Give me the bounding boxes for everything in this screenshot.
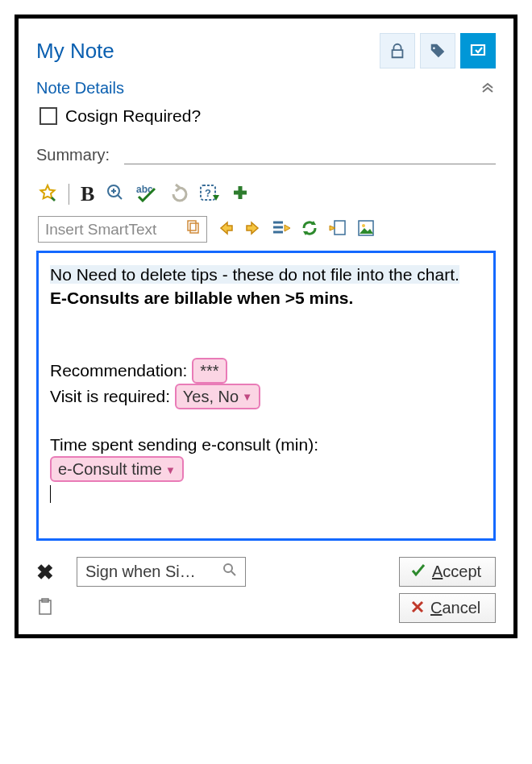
- svg-point-11: [224, 564, 232, 572]
- time-spent-field[interactable]: e-Consult time▼: [50, 456, 184, 482]
- smartlink-button[interactable]: ?: [199, 183, 220, 206]
- arrow-left-icon: [217, 226, 235, 239]
- star-icon: [38, 191, 57, 205]
- image-icon: [357, 226, 375, 239]
- check-icon: [411, 563, 426, 581]
- search-icon: [222, 563, 237, 581]
- close-icon: ✖: [36, 560, 54, 584]
- favorite-button[interactable]: [38, 183, 57, 206]
- summary-row: Summary:: [36, 143, 496, 164]
- details-row: Note Details: [36, 78, 496, 98]
- visit-required-field[interactable]: Yes, No▼: [175, 384, 260, 409]
- cosign-checkbox[interactable]: [39, 107, 57, 125]
- clipboard-icon: [37, 600, 53, 620]
- format-toolbar: B abc ?: [36, 179, 496, 210]
- bold-icon: B: [81, 182, 94, 206]
- undo-icon: [168, 191, 188, 205]
- details-title: Note Details: [36, 79, 124, 98]
- close-button[interactable]: ✖: [36, 560, 54, 585]
- plus-icon: [231, 190, 249, 204]
- svg-point-8: [362, 224, 365, 227]
- chevron-double-up-icon: [480, 80, 496, 98]
- insert-image-button[interactable]: [357, 219, 375, 240]
- billable-text: E-Consults are billable when >5 mins.: [50, 289, 353, 307]
- tag-icon: [429, 42, 447, 60]
- cosign-row: Cosign Required?: [39, 106, 496, 126]
- cosign-label: Cosign Required?: [65, 106, 201, 126]
- svg-rect-4: [188, 221, 196, 230]
- sign-placeholder: Sign when Si…: [85, 563, 196, 581]
- magnifier-plus-icon: [106, 191, 125, 205]
- insert-file-icon: [328, 226, 347, 239]
- recommendation-label: Recommendation:: [50, 361, 187, 380]
- spellcheck-icon: abc: [136, 191, 157, 205]
- lock-icon: [389, 42, 406, 60]
- header-actions: [380, 33, 496, 69]
- arrow-right-icon: [244, 226, 262, 239]
- collapse-button[interactable]: [480, 78, 496, 98]
- time-spent-label: Time spent sending e-consult (min):: [50, 435, 318, 454]
- bold-button[interactable]: B: [81, 182, 94, 206]
- chevron-down-icon: ▼: [242, 391, 252, 403]
- tip-text: No Need to delete tips - these do not fi…: [50, 265, 459, 284]
- chevron-down-icon: ▼: [165, 464, 176, 476]
- svg-rect-6: [335, 221, 345, 235]
- refresh-button[interactable]: [301, 219, 318, 240]
- footer-buttons: Accept Cancel: [399, 557, 496, 623]
- refresh-icon: [301, 226, 318, 239]
- panel-title: My Note: [36, 39, 114, 64]
- summary-label: Summary:: [36, 146, 110, 164]
- smartlink-icon: ?: [199, 191, 220, 205]
- cancel-button[interactable]: Cancel: [399, 593, 496, 623]
- note-editor[interactable]: No Need to delete tips - these do not fi…: [36, 251, 496, 541]
- tag-button[interactable]: [420, 33, 455, 69]
- lock-button[interactable]: [380, 33, 415, 69]
- header-row: My Note: [36, 33, 496, 69]
- svg-text:?: ?: [205, 187, 211, 199]
- summary-input[interactable]: [124, 143, 496, 164]
- spellcheck-button[interactable]: abc: [136, 183, 157, 206]
- list-arrow-icon: [272, 226, 291, 239]
- smarttext-toolbar: Insert SmartText: [36, 214, 496, 251]
- share-button[interactable]: [460, 33, 496, 69]
- prev-field-button[interactable]: [217, 219, 235, 240]
- copy-icon: [185, 220, 200, 239]
- recommendation-field[interactable]: ***: [192, 358, 227, 384]
- text-cursor: [50, 485, 51, 503]
- smarttext-input[interactable]: Insert SmartText: [38, 216, 207, 243]
- accept-button[interactable]: Accept: [399, 557, 496, 587]
- note-panel: My Note Note Details: [15, 15, 517, 638]
- footer: ✖ Sign when Si… Accept: [36, 557, 496, 623]
- svg-rect-5: [190, 223, 198, 233]
- smarttext-placeholder: Insert SmartText: [45, 221, 156, 239]
- share-icon: [468, 42, 488, 60]
- next-field-button[interactable]: [244, 219, 262, 240]
- sign-search[interactable]: Sign when Si…: [77, 557, 246, 587]
- insert-file-button[interactable]: [328, 219, 347, 240]
- visit-required-label: Visit is required:: [50, 387, 170, 405]
- undo-button[interactable]: [168, 183, 188, 206]
- add-button[interactable]: [231, 184, 249, 205]
- zoom-button[interactable]: [106, 183, 125, 206]
- clipboard-button[interactable]: [37, 598, 53, 621]
- cancel-icon: [411, 599, 424, 617]
- list-button[interactable]: [272, 219, 291, 240]
- toolbar-divider: [69, 184, 69, 205]
